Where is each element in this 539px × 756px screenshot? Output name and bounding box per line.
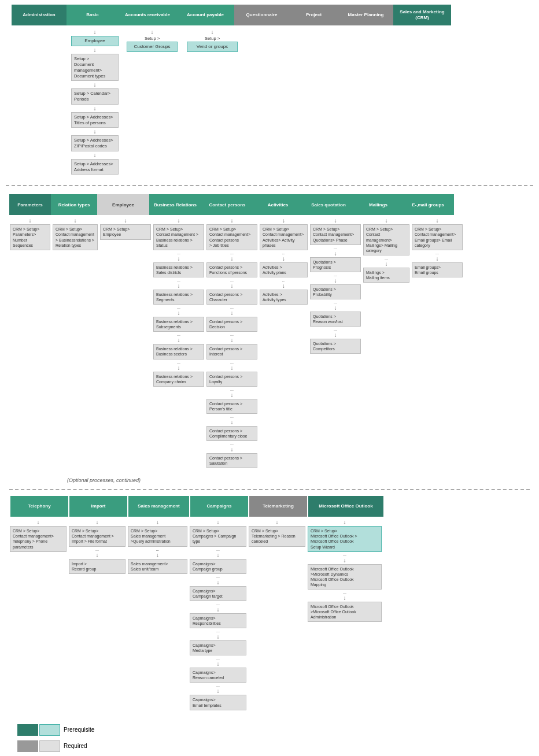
- accounts-receivable-col: ↓ Setup > Customer Groups: [123, 29, 181, 52]
- node-vendor-groups: Vend or groups: [187, 42, 238, 52]
- header-import: Import: [69, 496, 127, 517]
- node-doc-mgmt: Setup >Document management>Document type…: [71, 54, 119, 81]
- col-mailings: ↓ CRM > Setup>Contact management>Mailing…: [363, 217, 410, 283]
- account-payable-col: ↓ Setup > Vend or groups: [183, 29, 241, 52]
- col-telephony: ↓ CRM > Setup>Contact management>Telepho…: [9, 519, 67, 551]
- node-sales-mgmt: CRM > Setup>Sales management>Query admin…: [128, 526, 187, 546]
- header-activities: Activities: [253, 194, 302, 215]
- legend-prereq-chevron: [17, 724, 38, 736]
- legend-prereq-icons: [17, 724, 60, 736]
- col-parameters: ↓ CRM > Setup>Parameters>Number Sequence…: [9, 217, 51, 250]
- top-nodes-row: ↓ Employee ↓ Setup >Document management>…: [12, 29, 527, 175]
- col-email-groups: ↓ CRM > Setup>Contact management>Email g…: [411, 217, 463, 277]
- node-bus-rel-subseg: Business relations >Subsegments: [153, 317, 204, 332]
- header-basic: Basic: [67, 5, 119, 25]
- optional-label: (Optional processes, continued): [67, 477, 530, 483]
- node-customer-groups: Customer Groups: [127, 42, 178, 52]
- header-project: Project: [289, 5, 338, 25]
- node-camp-reason: Capmaigns>Reason canceled: [190, 668, 246, 683]
- node-address-format: Setup > Addresses>Address format: [71, 159, 119, 175]
- node-camp-media: Capmaigns>Media type: [190, 640, 246, 655]
- node-contact-loyalty: Contact persons >Loyalty: [206, 372, 257, 387]
- node-act-plans: Activities >Activity plans: [260, 262, 308, 277]
- node-parameters: CRM > Setup>Parameters>Number Sequences: [10, 224, 50, 250]
- header-questionnaire: Questionnaire: [234, 5, 289, 25]
- header-parameters: Parameters: [9, 194, 51, 215]
- node-titles: Setup > Addresses>Titles of persons: [71, 112, 119, 128]
- node-relation-types: CRM > Setup>Contact management> Business…: [53, 224, 98, 250]
- header-business-relations: Business Relations: [149, 194, 201, 215]
- header-administration: Administration: [12, 5, 67, 25]
- node-mailing-items: Mailings >Mailing items: [363, 268, 409, 283]
- setup-label-cg: Setup >: [145, 36, 160, 41]
- node-camp-email: Capmaigns>Email templates: [190, 695, 246, 710]
- header-master-planning: Master Planning: [338, 5, 393, 25]
- col-sales-quotation: ↓ CRM > Setup>Contact management>Quotati…: [309, 217, 361, 354]
- col-sales-mgmt: ↓ CRM > Setup>Sales management>Query adm…: [127, 519, 188, 573]
- node-act-phases: CRM > Setup>Contact management>Activitie…: [260, 224, 308, 250]
- col-ms-outlook: ↓ CRM > Setup>Microsoft Office Outlook >…: [307, 519, 382, 622]
- header-email-groups: E-,mail groups: [402, 194, 454, 215]
- node-contact-decision: Contact persons >Decision: [206, 317, 257, 332]
- section2-nodes: ↓ CRM > Setup>Parameters>Number Sequence…: [9, 217, 530, 468]
- node-import: CRM > Setup>Contact management >Import >…: [69, 526, 125, 546]
- col-telemarketing: ↓ CRM > Setup>Telemarketing > Reason can…: [248, 519, 306, 546]
- col-import: ↓ CRM > Setup>Contact management >Import…: [68, 519, 126, 573]
- legend-required: Required: [17, 740, 522, 752]
- second-section: Parameters Relation types Employee Busin…: [6, 192, 533, 470]
- top-header-row: Administration Basic Accounts receivable…: [12, 5, 527, 25]
- legend-prereq-box: [39, 724, 60, 736]
- header-sales-management: Sales management: [128, 496, 189, 517]
- node-contact-salutation: Contact persons >Salutation: [206, 453, 257, 468]
- node-contact-character: Contact persons >Character: [206, 290, 257, 305]
- legend-section: Prerequisite Required Optional: [6, 724, 533, 756]
- section2-header-row: Parameters Relation types Employee Busin…: [9, 194, 530, 215]
- node-quot-probability: Quotations >Probability: [310, 284, 361, 299]
- node-import-record: Import >Record group: [69, 559, 125, 574]
- node-mail-category: CRM > Setup>Contact management>Mailings>…: [363, 224, 409, 255]
- col-campaigns: ↓ CRM > Setup>Campaigns > Campaign type …: [189, 519, 247, 710]
- header-accounts-receivable: Accounts receivable: [119, 5, 176, 25]
- main-container: Administration Basic Accounts receivable…: [6, 0, 533, 756]
- node-ms-outlook: CRM > Setup>Microsoft Office Outlook >Mi…: [308, 526, 382, 551]
- header-telemarketing: Telemarketing: [249, 496, 307, 517]
- header-contact-persons: Contact persons: [201, 194, 253, 215]
- node-calendar: Setup > Calendar>Periods: [71, 88, 119, 105]
- header-sales-quotation: Sales quotation: [302, 194, 355, 215]
- col-employee: ↓ CRM > Setup>Employee: [99, 217, 152, 239]
- node-quot-reason: Quotations >Reason won/lost: [310, 312, 361, 327]
- divider-1: [6, 185, 533, 186]
- legend-prerequisite: Prerequisite: [17, 724, 522, 736]
- node-contact-title: Contact persons >Person's title: [206, 399, 257, 414]
- node-telephony: CRM > Setup>Contact management>Telephony…: [10, 526, 67, 551]
- node-employee-crm: CRM > Setup>Employee: [100, 224, 151, 239]
- col-business-relations: ↓ CRM > Setup>Contact management >Busine…: [153, 217, 205, 386]
- top-section: Administration Basic Accounts receivable…: [6, 0, 533, 179]
- node-bus-rel-sectors: Business relations >Business sectors: [153, 344, 204, 359]
- node-sales-unit: Sales management>Sales unit/team: [128, 559, 187, 574]
- divider-3: [9, 489, 530, 490]
- node-telemarketing: CRM > Setup>Telemarketing > Reason cance…: [249, 526, 305, 546]
- node-bus-rel-sales: Business relations >Sales districts: [153, 262, 204, 277]
- node-zip: Setup > Addresses>ZIP/Postal codes: [71, 135, 119, 151]
- node-bus-rel-chains: Business relations >Company chains: [153, 372, 204, 387]
- node-camp-group: Capmaigns>Campaign group: [190, 559, 246, 574]
- node-ms-outlook2: Microsoft Office Outlook>Microsoft Dynam…: [308, 564, 382, 590]
- node-bus-rel-seg: Business relations >Segments: [153, 290, 204, 305]
- node-contact-job: CRM > Setup>Contact management>Contact p…: [206, 224, 257, 250]
- header-ms-outlook: Microsoft Office Outlook: [308, 496, 383, 517]
- node-email-groups: Email groups>Email groups: [412, 262, 463, 277]
- node-contact-compli: Contact persons >Complimentary close: [206, 426, 257, 441]
- col-relation-types: ↓ CRM > Setup>Contact management> Busine…: [52, 217, 98, 250]
- basic-col: ↓ Employee ↓ Setup >Document management>…: [69, 29, 121, 175]
- col-contact-persons: ↓ CRM > Setup>Contact management>Contact…: [206, 217, 258, 468]
- node-email-category: CRM > Setup>Contact management>Email gro…: [412, 224, 463, 250]
- node-employee: Employee: [71, 36, 119, 46]
- legend-req-icons: [17, 740, 60, 752]
- node-camp-target: Capmaigns>Campaign target: [190, 586, 246, 601]
- header-telephony: Telephony: [10, 496, 68, 517]
- legend: Prerequisite Required Optional: [17, 724, 522, 756]
- node-quot-phase: CRM > Setup>Contact management>Quotation…: [310, 224, 361, 244]
- legend-req-label: Required: [64, 743, 87, 749]
- header-sales-marketing: Sales and Marketing (CRM): [393, 5, 451, 25]
